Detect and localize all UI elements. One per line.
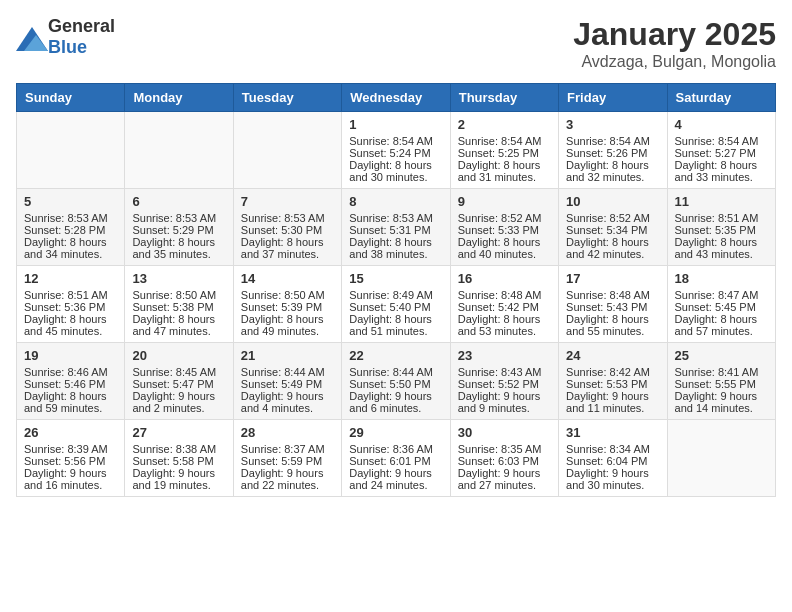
day-info: Daylight: 9 hours <box>675 390 768 402</box>
calendar-cell: 12Sunrise: 8:51 AMSunset: 5:36 PMDayligh… <box>17 266 125 343</box>
day-number: 13 <box>132 271 225 286</box>
week-row-1: 1Sunrise: 8:54 AMSunset: 5:24 PMDaylight… <box>17 112 776 189</box>
day-info: Sunset: 5:26 PM <box>566 147 659 159</box>
day-info: Sunrise: 8:50 AM <box>132 289 225 301</box>
calendar-cell: 2Sunrise: 8:54 AMSunset: 5:25 PMDaylight… <box>450 112 558 189</box>
calendar-cell: 29Sunrise: 8:36 AMSunset: 6:01 PMDayligh… <box>342 420 450 497</box>
day-info: and 4 minutes. <box>241 402 334 414</box>
calendar-title: January 2025 <box>573 16 776 53</box>
day-info: Sunrise: 8:53 AM <box>132 212 225 224</box>
week-row-5: 26Sunrise: 8:39 AMSunset: 5:56 PMDayligh… <box>17 420 776 497</box>
day-number: 29 <box>349 425 442 440</box>
day-info: and 35 minutes. <box>132 248 225 260</box>
day-info: Sunrise: 8:37 AM <box>241 443 334 455</box>
header-day-friday: Friday <box>559 84 667 112</box>
day-info: Daylight: 8 hours <box>458 236 551 248</box>
header-day-wednesday: Wednesday <box>342 84 450 112</box>
day-info: Sunrise: 8:47 AM <box>675 289 768 301</box>
day-info: Sunset: 5:49 PM <box>241 378 334 390</box>
day-number: 20 <box>132 348 225 363</box>
day-info: Sunset: 5:29 PM <box>132 224 225 236</box>
day-number: 28 <box>241 425 334 440</box>
calendar-cell <box>233 112 341 189</box>
day-info: Sunrise: 8:53 AM <box>241 212 334 224</box>
day-info: Sunset: 5:46 PM <box>24 378 117 390</box>
day-number: 16 <box>458 271 551 286</box>
day-info: Sunset: 5:30 PM <box>241 224 334 236</box>
day-number: 11 <box>675 194 768 209</box>
day-info: Sunrise: 8:51 AM <box>675 212 768 224</box>
day-info: Daylight: 9 hours <box>132 390 225 402</box>
logo-general: General <box>48 16 115 36</box>
calendar-table: SundayMondayTuesdayWednesdayThursdayFrid… <box>16 83 776 497</box>
header-day-tuesday: Tuesday <box>233 84 341 112</box>
calendar-cell: 10Sunrise: 8:52 AMSunset: 5:34 PMDayligh… <box>559 189 667 266</box>
calendar-cell: 25Sunrise: 8:41 AMSunset: 5:55 PMDayligh… <box>667 343 775 420</box>
day-info: Sunset: 5:34 PM <box>566 224 659 236</box>
day-number: 22 <box>349 348 442 363</box>
calendar-cell: 9Sunrise: 8:52 AMSunset: 5:33 PMDaylight… <box>450 189 558 266</box>
day-number: 24 <box>566 348 659 363</box>
day-info: Sunset: 5:58 PM <box>132 455 225 467</box>
calendar-cell: 7Sunrise: 8:53 AMSunset: 5:30 PMDaylight… <box>233 189 341 266</box>
day-info: Sunrise: 8:54 AM <box>349 135 442 147</box>
day-info: Sunset: 5:39 PM <box>241 301 334 313</box>
day-info: Daylight: 8 hours <box>24 236 117 248</box>
calendar-cell: 4Sunrise: 8:54 AMSunset: 5:27 PMDaylight… <box>667 112 775 189</box>
day-info: Sunrise: 8:45 AM <box>132 366 225 378</box>
day-info: Sunset: 5:28 PM <box>24 224 117 236</box>
calendar-cell: 8Sunrise: 8:53 AMSunset: 5:31 PMDaylight… <box>342 189 450 266</box>
calendar-cell: 6Sunrise: 8:53 AMSunset: 5:29 PMDaylight… <box>125 189 233 266</box>
day-info: Daylight: 9 hours <box>349 467 442 479</box>
day-info: and 30 minutes. <box>566 479 659 491</box>
calendar-cell: 23Sunrise: 8:43 AMSunset: 5:52 PMDayligh… <box>450 343 558 420</box>
calendar-cell: 24Sunrise: 8:42 AMSunset: 5:53 PMDayligh… <box>559 343 667 420</box>
day-number: 14 <box>241 271 334 286</box>
day-info: Daylight: 8 hours <box>241 313 334 325</box>
day-info: Daylight: 8 hours <box>458 313 551 325</box>
day-info: and 34 minutes. <box>24 248 117 260</box>
logo-blue: Blue <box>48 37 87 57</box>
day-info: Daylight: 8 hours <box>675 236 768 248</box>
calendar-cell: 20Sunrise: 8:45 AMSunset: 5:47 PMDayligh… <box>125 343 233 420</box>
day-info: Daylight: 9 hours <box>349 390 442 402</box>
day-number: 12 <box>24 271 117 286</box>
day-info: Sunrise: 8:50 AM <box>241 289 334 301</box>
calendar-header: SundayMondayTuesdayWednesdayThursdayFrid… <box>17 84 776 112</box>
day-info: Sunset: 5:25 PM <box>458 147 551 159</box>
day-info: Sunrise: 8:38 AM <box>132 443 225 455</box>
day-info: and 45 minutes. <box>24 325 117 337</box>
calendar-cell: 22Sunrise: 8:44 AMSunset: 5:50 PMDayligh… <box>342 343 450 420</box>
day-number: 10 <box>566 194 659 209</box>
day-info: and 24 minutes. <box>349 479 442 491</box>
week-row-3: 12Sunrise: 8:51 AMSunset: 5:36 PMDayligh… <box>17 266 776 343</box>
day-number: 5 <box>24 194 117 209</box>
day-number: 23 <box>458 348 551 363</box>
day-number: 25 <box>675 348 768 363</box>
day-number: 30 <box>458 425 551 440</box>
day-info: Sunset: 6:04 PM <box>566 455 659 467</box>
day-info: and 59 minutes. <box>24 402 117 414</box>
day-number: 26 <box>24 425 117 440</box>
calendar-cell <box>667 420 775 497</box>
day-info: and 47 minutes. <box>132 325 225 337</box>
day-info: Daylight: 8 hours <box>132 236 225 248</box>
day-info: Sunset: 5:45 PM <box>675 301 768 313</box>
day-number: 7 <box>241 194 334 209</box>
header-row: SundayMondayTuesdayWednesdayThursdayFrid… <box>17 84 776 112</box>
day-info: Sunrise: 8:51 AM <box>24 289 117 301</box>
calendar-cell: 27Sunrise: 8:38 AMSunset: 5:58 PMDayligh… <box>125 420 233 497</box>
day-info: Daylight: 9 hours <box>566 390 659 402</box>
day-info: Sunset: 5:38 PM <box>132 301 225 313</box>
calendar-cell: 18Sunrise: 8:47 AMSunset: 5:45 PMDayligh… <box>667 266 775 343</box>
day-info: Sunset: 6:03 PM <box>458 455 551 467</box>
day-info: Daylight: 9 hours <box>458 467 551 479</box>
day-number: 31 <box>566 425 659 440</box>
day-info: Sunset: 5:47 PM <box>132 378 225 390</box>
day-info: Daylight: 8 hours <box>241 236 334 248</box>
day-info: Sunrise: 8:53 AM <box>349 212 442 224</box>
day-info: Sunrise: 8:39 AM <box>24 443 117 455</box>
calendar-cell: 17Sunrise: 8:48 AMSunset: 5:43 PMDayligh… <box>559 266 667 343</box>
week-row-2: 5Sunrise: 8:53 AMSunset: 5:28 PMDaylight… <box>17 189 776 266</box>
calendar-cell: 21Sunrise: 8:44 AMSunset: 5:49 PMDayligh… <box>233 343 341 420</box>
